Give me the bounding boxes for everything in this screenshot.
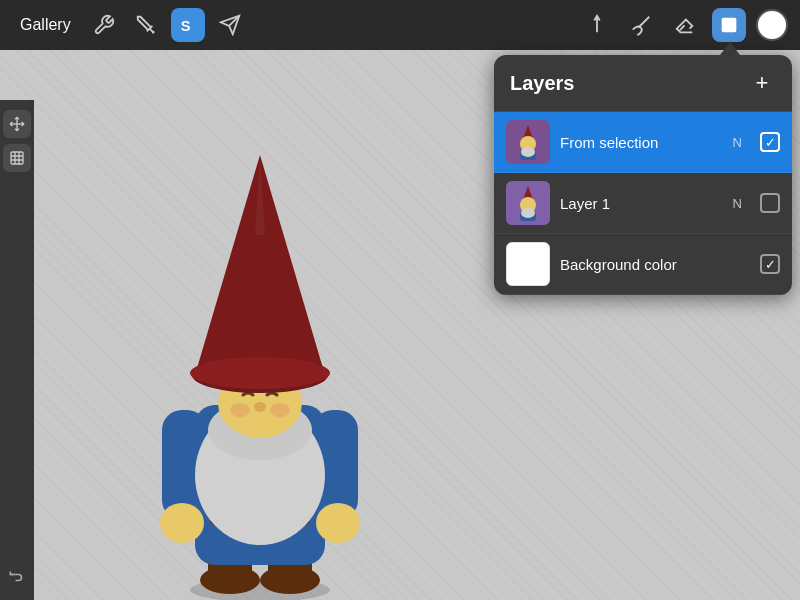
pen-tool-button[interactable] [580, 8, 614, 42]
layer-name-background: Background color [560, 256, 750, 273]
pen-icon [586, 14, 608, 36]
svg-point-35 [190, 357, 330, 389]
layers-add-button[interactable]: + [748, 69, 776, 97]
layer-visibility-checkbox-0[interactable] [760, 132, 780, 152]
layer-name-from-selection: From selection [560, 134, 723, 151]
panel-arrow [720, 42, 740, 55]
brush-icon [630, 14, 652, 36]
gnome-svg [100, 135, 420, 600]
layer-visibility-checkbox-2[interactable] [760, 254, 780, 274]
layer-info-background: Background color [560, 256, 750, 273]
svg-rect-7 [722, 18, 737, 33]
layer-thumb-layer1 [506, 181, 550, 225]
send-button[interactable] [213, 8, 247, 42]
layer-item-from-selection[interactable]: From selection N [494, 112, 792, 173]
sidebar-transform-tool[interactable] [3, 144, 31, 172]
eraser-icon [674, 14, 696, 36]
svg-point-28 [254, 402, 266, 412]
wrench-icon [93, 14, 115, 36]
layer-thumb-svg-1 [508, 122, 548, 162]
svg-point-40 [521, 147, 535, 157]
sidebar-undo-button[interactable] [3, 562, 31, 590]
color-swatch[interactable] [756, 9, 788, 41]
svg-point-24 [316, 503, 360, 543]
svg-point-45 [521, 208, 535, 218]
brush-tool-button[interactable] [624, 8, 658, 42]
svg-rect-10 [11, 152, 23, 164]
layer-thumb-from-selection [506, 120, 550, 164]
svg-text:S: S [180, 18, 190, 34]
svg-point-30 [270, 403, 290, 417]
layer-mode-badge-1: N [733, 196, 742, 211]
layers-panel-header: Layers + [494, 55, 792, 112]
sketchbook-button[interactable]: S [171, 8, 205, 42]
svg-point-29 [230, 403, 250, 417]
layer-mode-badge-0: N [733, 135, 742, 150]
layers-icon [718, 14, 740, 36]
toolbar-left: Gallery S [12, 8, 247, 42]
layer-info-layer1: Layer 1 [560, 195, 723, 212]
magic-button[interactable] [129, 8, 163, 42]
layers-panel: Layers + From selection N [494, 55, 792, 295]
sidebar-move-tool[interactable] [3, 110, 31, 138]
layer-name-layer1: Layer 1 [560, 195, 723, 212]
left-sidebar [0, 100, 34, 600]
svg-line-2 [152, 31, 154, 33]
layer-info-from-selection: From selection [560, 134, 723, 151]
send-icon [219, 14, 241, 36]
gnome-illustration [50, 110, 470, 600]
gallery-button[interactable]: Gallery [12, 12, 79, 38]
layer-thumb-svg-2 [508, 183, 548, 223]
magic-icon [135, 14, 157, 36]
layer-item-layer1[interactable]: Layer 1 N [494, 173, 792, 234]
layer-thumb-background [506, 242, 550, 286]
svg-point-22 [160, 503, 204, 543]
wrench-button[interactable] [87, 8, 121, 42]
sketchbook-icon: S [177, 14, 199, 36]
toolbar-right [580, 8, 788, 42]
layers-panel-title: Layers [510, 72, 575, 95]
layers-tool-button[interactable] [712, 8, 746, 42]
layer-item-background[interactable]: Background color [494, 234, 792, 295]
layer-visibility-checkbox-1[interactable] [760, 193, 780, 213]
eraser-tool-button[interactable] [668, 8, 702, 42]
toolbar: Gallery S [0, 0, 800, 50]
